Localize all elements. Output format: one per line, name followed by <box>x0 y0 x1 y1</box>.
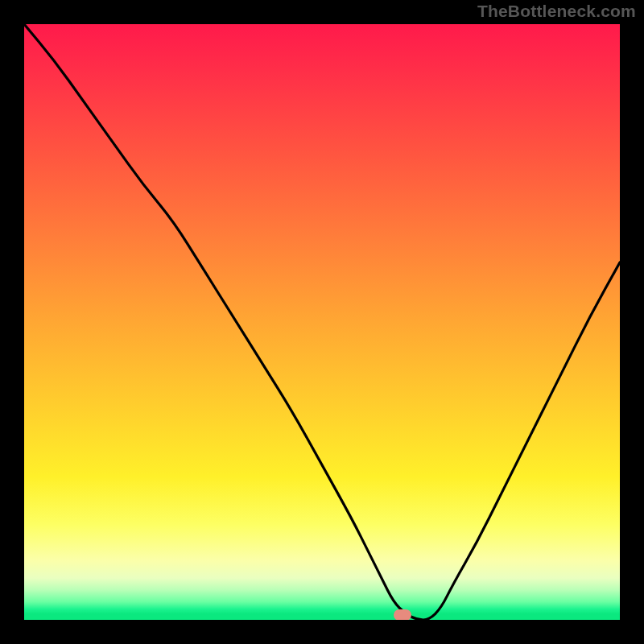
optimal-marker <box>394 609 411 620</box>
bottleneck-curve <box>24 24 620 620</box>
plot-area <box>24 24 620 620</box>
watermark-text: TheBottleneck.com <box>477 2 636 21</box>
curve-svg <box>24 24 620 620</box>
chart-frame: TheBottleneck.com <box>0 0 644 644</box>
